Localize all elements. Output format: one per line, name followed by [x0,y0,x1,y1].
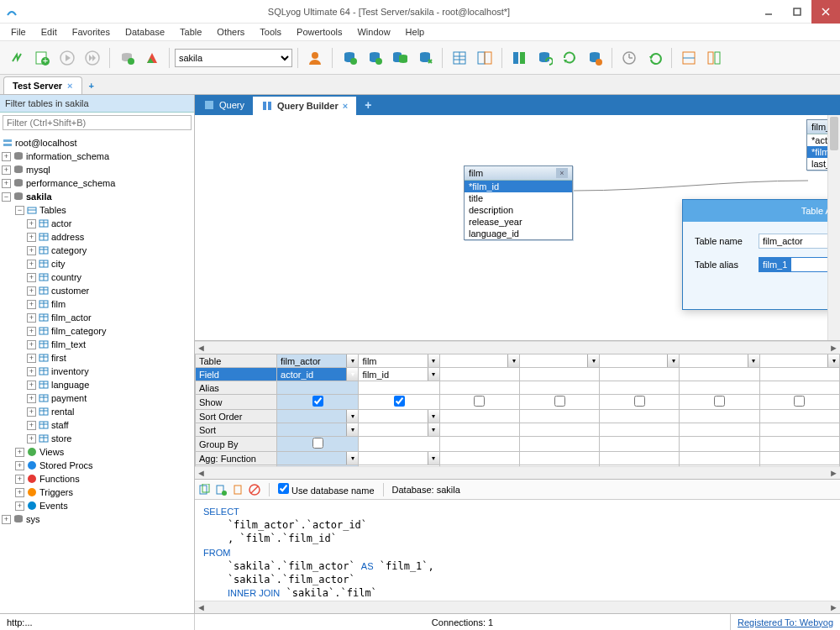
table-item[interactable]: film_actor [51,312,92,323]
grid-cell[interactable] [520,423,600,437]
menu-database[interactable]: Database [118,24,172,39]
database-select[interactable]: sakila [175,49,292,67]
grid-cell[interactable] [359,437,439,452]
table-item[interactable]: store [51,433,71,444]
grid-scrollbar-h[interactable]: ◄► [195,466,840,479]
sql-preview[interactable]: SELECT `film_actor`.`actor_id` , `film`.… [195,500,840,601]
grid-cell[interactable] [680,395,759,410]
grid-cell[interactable] [520,452,600,465]
grid-cell[interactable]: film▾ [359,354,439,368]
menu-help[interactable]: Help [398,24,433,39]
copy-icon[interactable] [198,484,210,496]
minimize-button[interactable] [754,0,783,24]
grid-cell[interactable] [600,452,680,465]
table-item[interactable]: staff [51,420,69,430]
grid-cell[interactable] [759,381,839,395]
canvas-table-film[interactable]: film× *film_idtitledescriptionrelease_ye… [464,165,573,240]
table-item[interactable]: film_category [51,326,106,336]
grid-cell[interactable] [439,437,519,452]
new-connection-icon[interactable] [5,46,29,70]
grid-cell[interactable] [439,423,519,437]
grid-cell[interactable] [439,381,519,395]
grid-cell[interactable] [277,381,359,395]
grid-cell[interactable] [520,437,600,452]
folder-item[interactable]: Triggers [39,487,73,497]
grid-cell[interactable] [277,465,359,467]
grid-cell[interactable]: ▾ [359,423,439,437]
table-item[interactable]: category [51,245,87,255]
undo-icon[interactable] [643,46,666,70]
grid-cell[interactable] [277,437,359,452]
expand-icon[interactable]: + [27,260,36,269]
grid-cell[interactable] [600,381,680,395]
column-item[interactable]: language_id [465,228,572,239]
expand-icon[interactable]: + [27,367,36,376]
expand-icon[interactable]: + [15,501,24,511]
expand-icon[interactable]: + [27,434,36,444]
filter-input[interactable] [3,115,192,130]
grid-cell[interactable] [520,465,600,467]
collapse-icon[interactable]: − [2,192,11,202]
grid-cell[interactable] [759,410,839,423]
table-item[interactable]: film_text [51,339,86,349]
expand-icon[interactable]: + [27,407,36,417]
layout2-icon[interactable] [702,46,726,70]
grid-cell[interactable] [600,437,680,452]
column-item[interactable]: title [465,192,572,204]
db-tool1-icon[interactable] [338,46,361,70]
schema-tree[interactable]: root@localhost +information_schema+mysql… [0,133,194,613]
visual-tool-icon[interactable] [140,46,164,70]
schema-item[interactable]: information_schema [26,151,109,161]
history-icon[interactable] [617,46,641,70]
grid-cell[interactable] [439,410,519,423]
grid-cell[interactable] [680,437,759,452]
criteria-grid[interactable]: Tablefilm_actor▾film▾▾▾▾▾▾Fieldactor_id▾… [195,354,840,480]
grid-cell[interactable]: ▾ [277,410,359,423]
refresh-db-icon[interactable] [115,46,139,70]
expand-icon[interactable]: + [27,300,36,309]
grid-cell[interactable]: ▾ [277,452,359,465]
grid-cell[interactable] [680,410,759,423]
menu-favorites[interactable]: Favorites [65,24,118,39]
grid-cell[interactable] [439,452,519,465]
canvas-scrollbar-h[interactable]: ◄► [195,341,840,354]
table-item[interactable]: first [51,353,66,363]
user-icon[interactable] [303,46,327,70]
grid-cell[interactable] [759,395,839,410]
grid-cell[interactable] [520,395,600,410]
menu-powertools[interactable]: Powertools [289,24,349,39]
grid-cell[interactable] [520,381,600,395]
db-tool2-icon[interactable] [363,46,386,70]
column-item[interactable]: release_year [465,216,572,228]
grid-cell[interactable] [680,465,759,467]
query-canvas[interactable]: film× *film_idtitledescriptionrelease_ye… [195,115,840,341]
expand-icon[interactable]: + [15,448,24,457]
add-query-tab[interactable]: + [356,95,380,115]
grid-cell[interactable] [600,423,680,437]
grid-cell[interactable] [680,452,759,465]
registration-link[interactable]: Registered To: Webyog [731,617,840,627]
grid-cell[interactable] [759,368,839,381]
close-tab-icon[interactable]: × [343,101,348,111]
db-tool4-icon[interactable] [413,46,437,70]
grid-cell[interactable] [759,465,839,467]
grid-cell[interactable] [680,368,759,381]
column-item[interactable]: *film_id [465,181,572,192]
execute-icon[interactable] [55,46,79,70]
schema-sys[interactable]: sys [26,514,40,524]
grid-cell[interactable]: ▾ [680,354,759,368]
expand-icon[interactable]: + [2,152,11,161]
layout1-icon[interactable] [677,46,701,70]
table-item[interactable]: actor [51,218,71,228]
grid-cell[interactable]: film_actor▾ [277,354,359,368]
expand-icon[interactable]: + [2,179,11,188]
table-item[interactable]: address [51,232,84,242]
grid-cell[interactable]: film_id▾ [359,368,439,381]
grid-cell[interactable] [600,465,680,467]
menu-file[interactable]: File [3,24,34,39]
grid-cell[interactable] [277,395,359,410]
expand-icon[interactable]: + [27,381,36,390]
grid-cell[interactable]: ▾ [277,423,359,437]
expand-icon[interactable]: + [27,421,36,430]
table-item[interactable]: customer [51,286,89,296]
